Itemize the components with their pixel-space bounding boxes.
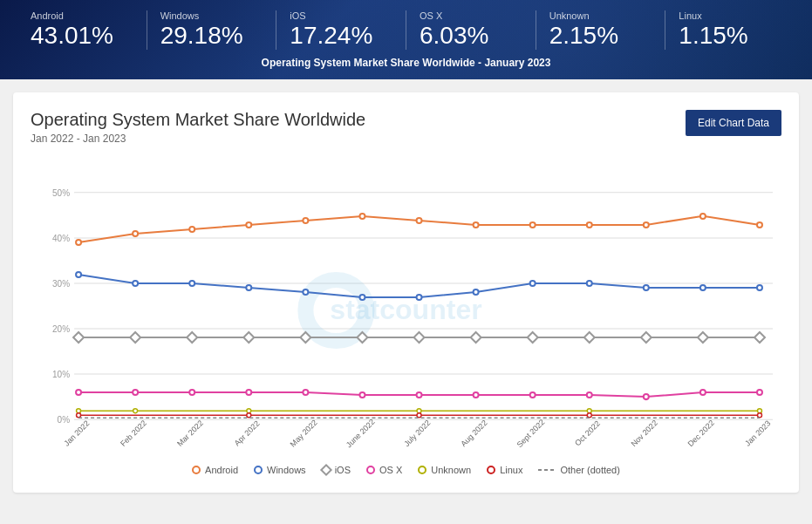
svg-point-45 <box>359 295 365 300</box>
svg-point-50 <box>644 285 649 290</box>
chart-title: Operating System Market Share Worldwide <box>31 110 365 130</box>
svg-point-42 <box>189 281 194 286</box>
svg-text:10%: 10% <box>52 370 70 379</box>
svg-text:May 2022: May 2022 <box>289 418 319 448</box>
stat-linux: Linux 1.15% <box>665 10 795 50</box>
svg-point-27 <box>76 240 81 245</box>
legend-linux-label: Linux <box>500 465 522 475</box>
stat-linux-label: Linux <box>679 10 781 21</box>
legend-linux: Linux <box>487 465 522 475</box>
chart-subtitle: Jan 2022 - Jan 2023 <box>31 133 365 145</box>
svg-marker-61 <box>528 332 538 343</box>
svg-point-49 <box>587 281 592 286</box>
svg-point-39 <box>757 222 762 228</box>
stat-unknown-label: Unknown <box>549 10 652 21</box>
svg-point-34 <box>474 222 479 228</box>
svg-text:July 2022: July 2022 <box>402 419 432 448</box>
stat-osx-label: OS X <box>420 10 522 21</box>
legend-ios: iOS <box>322 465 351 475</box>
svg-point-78 <box>757 390 762 395</box>
svg-point-32 <box>359 214 365 219</box>
legend-other-label: Other (dotted) <box>560 465 619 475</box>
stat-android-value: 43.01% <box>31 23 133 50</box>
svg-marker-62 <box>584 332 595 343</box>
legend-android: Android <box>192 465 238 475</box>
svg-marker-64 <box>698 332 708 343</box>
svg-marker-53 <box>73 332 84 343</box>
legend-unknown: Unknown <box>418 465 471 475</box>
stat-windows-value: 29.18% <box>160 23 263 50</box>
svg-marker-55 <box>187 332 197 343</box>
svg-point-41 <box>133 281 138 286</box>
stat-windows-label: Windows <box>160 10 263 21</box>
legend-android-icon <box>192 466 201 474</box>
svg-point-68 <box>189 390 194 395</box>
chart-container: Operating System Market Share Worldwide … <box>13 92 799 493</box>
legend-ios-label: iOS <box>335 465 351 475</box>
legend-windows: Windows <box>254 465 306 475</box>
svg-text:Apr 2022: Apr 2022 <box>233 419 262 447</box>
stat-osx-value: 6.03% <box>420 23 522 50</box>
svg-point-87 <box>417 412 421 417</box>
svg-marker-63 <box>641 332 652 343</box>
svg-text:Aug 2022: Aug 2022 <box>459 419 488 448</box>
chart-header: Operating System Market Share Worldwide … <box>31 110 781 145</box>
legend-ios-icon <box>320 464 332 476</box>
legend-other-icon <box>538 469 556 471</box>
legend-osx-icon <box>366 466 375 474</box>
legend-android-label: Android <box>205 465 238 475</box>
chart-svg-wrapper: 50% 40% 30% 20% 10% 0% statcounter Jan 2… <box>31 158 781 458</box>
svg-text:30%: 30% <box>52 279 70 289</box>
stat-windows: Windows 29.18% <box>147 10 277 50</box>
stat-ios-value: 17.24% <box>290 23 392 50</box>
legend-windows-label: Windows <box>267 465 306 475</box>
svg-point-43 <box>246 285 251 290</box>
svg-text:June 2022: June 2022 <box>345 417 377 449</box>
svg-text:Sept 2022: Sept 2022 <box>515 418 546 449</box>
stat-unknown: Unknown 2.15% <box>536 10 666 50</box>
chart-title-group: Operating System Market Share Worldwide … <box>31 110 365 145</box>
svg-marker-56 <box>243 332 254 343</box>
svg-marker-65 <box>754 332 765 343</box>
legend-other: Other (dotted) <box>538 465 619 475</box>
svg-point-67 <box>133 390 138 395</box>
header-subtitle: Operating System Market Share Worldwide … <box>17 57 795 72</box>
svg-point-37 <box>644 222 649 228</box>
legend-windows-icon <box>254 466 263 474</box>
legend-unknown-icon <box>418 466 426 474</box>
svg-text:statcounter: statcounter <box>330 294 481 325</box>
svg-text:Nov 2022: Nov 2022 <box>630 419 659 448</box>
svg-point-77 <box>700 390 706 395</box>
stat-linux-value: 1.15% <box>679 23 781 50</box>
legend-linux-icon <box>487 466 495 474</box>
stat-unknown-value: 2.15% <box>549 23 652 50</box>
svg-text:20%: 20% <box>52 324 70 334</box>
svg-text:40%: 40% <box>52 234 70 243</box>
svg-point-71 <box>359 392 365 398</box>
svg-point-86 <box>247 412 251 417</box>
stat-android: Android 43.01% <box>17 10 147 50</box>
svg-marker-60 <box>471 332 481 343</box>
svg-point-38 <box>700 214 706 219</box>
stat-ios: iOS 17.24% <box>276 10 406 50</box>
svg-point-75 <box>587 392 592 398</box>
svg-point-73 <box>474 392 479 398</box>
svg-point-48 <box>530 281 536 286</box>
svg-point-70 <box>303 390 308 395</box>
stat-osx: OS X 6.03% <box>406 10 536 50</box>
svg-point-33 <box>417 218 422 223</box>
svg-text:0%: 0% <box>58 415 71 425</box>
chart-legend: Android Windows iOS OS X Unknown Linux O… <box>31 465 781 475</box>
legend-unknown-label: Unknown <box>431 465 471 475</box>
svg-point-29 <box>189 227 194 232</box>
svg-point-47 <box>474 289 479 295</box>
svg-marker-54 <box>130 332 140 343</box>
edit-chart-button[interactable]: Edit Chart Data <box>686 110 781 136</box>
svg-text:Jan 2023: Jan 2023 <box>743 419 772 447</box>
svg-point-44 <box>303 289 308 295</box>
svg-marker-59 <box>414 332 425 343</box>
svg-text:Feb 2022: Feb 2022 <box>119 419 148 448</box>
svg-point-88 <box>587 412 591 417</box>
svg-point-72 <box>417 392 422 398</box>
svg-point-51 <box>700 285 706 290</box>
